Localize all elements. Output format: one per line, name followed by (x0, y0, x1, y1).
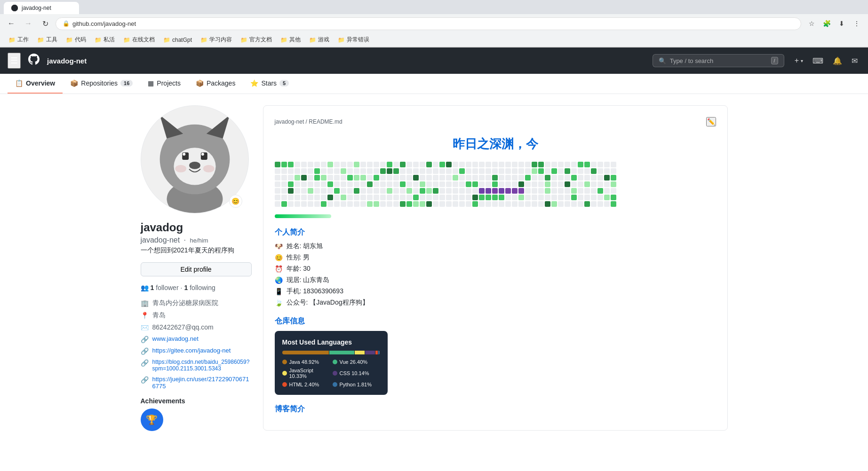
lang-list-item: JavaScript 10.33% (282, 368, 330, 379)
nav-overview[interactable]: 📋 Overview (8, 74, 63, 94)
contrib-cell (459, 162, 465, 167)
contrib-cell (380, 168, 386, 174)
contrib-cell (327, 175, 333, 181)
contrib-cell (446, 162, 452, 167)
contrib-cell (446, 175, 452, 181)
contrib-cell (327, 201, 333, 207)
nav-projects[interactable]: ▦ Projects (140, 74, 188, 94)
avatar-status-button[interactable]: 😊 (229, 195, 242, 208)
contrib-cell (314, 162, 320, 167)
contrib-cell (275, 175, 280, 181)
bookmark-item[interactable]: 📁在线文档 (119, 34, 159, 45)
contrib-cell (512, 168, 518, 174)
link-icon-1: 🔗 (141, 336, 149, 343)
contrib-cell (578, 175, 583, 181)
contrib-cell (518, 188, 524, 194)
browser-tab-active[interactable]: javadog-net (4, 2, 79, 14)
github-search[interactable]: 🔍 Type / to search / (653, 54, 784, 67)
nav-repositories[interactable]: 📦 Repositories 16 (63, 74, 140, 94)
contrib-cell (275, 181, 280, 187)
contrib-cell (453, 168, 458, 174)
contrib-cell (321, 195, 326, 200)
nav-stars[interactable]: ⭐ Stars 5 (243, 74, 296, 94)
bookmark-item[interactable]: 📁chatGpt (159, 35, 196, 45)
contrib-cell (367, 188, 373, 194)
contrib-cell (453, 175, 458, 181)
reload-button[interactable]: ↻ (39, 17, 52, 30)
bookmark-item[interactable]: 📁官方文档 (237, 34, 276, 45)
extensions-button[interactable]: 🧩 (820, 17, 833, 30)
following-link[interactable]: 1 (184, 284, 188, 291)
contrib-cell (387, 168, 392, 174)
search-icon: 🔍 (659, 57, 666, 64)
contrib-cell (466, 188, 471, 194)
svg-point-11 (203, 165, 214, 173)
download-button[interactable]: ⬇ (835, 17, 848, 30)
contrib-cell (472, 181, 478, 187)
bookmark-item[interactable]: 📁代码 (62, 34, 90, 45)
menu-button[interactable]: ⋮ (850, 17, 863, 30)
contrib-cell (387, 201, 392, 207)
github-logo[interactable] (28, 54, 40, 68)
contrib-cell (360, 195, 366, 200)
readme-edit-button[interactable]: ✏️ (706, 117, 716, 126)
contrib-cell (584, 188, 590, 194)
bookmark-item[interactable]: 📁工具 (33, 34, 61, 45)
contrib-cell (288, 201, 294, 207)
contrib-cell (604, 188, 610, 194)
achievements-section: Achievements 🏆 (141, 397, 252, 431)
contrib-cell (604, 162, 610, 167)
contrib-cell (525, 195, 531, 200)
contrib-cell (433, 162, 438, 167)
contrib-cell (281, 168, 287, 174)
nav-packages[interactable]: 📦 Packages (188, 74, 243, 94)
bookmark-item[interactable]: 📁游戏 (305, 34, 333, 45)
followers-link[interactable]: 1 (151, 284, 154, 291)
contrib-cell (433, 188, 438, 194)
terminal-button[interactable]: ⌨ (810, 55, 826, 67)
bio-icon: 📱 (275, 288, 283, 295)
contrib-cell (295, 181, 300, 187)
contrib-cell (387, 162, 392, 167)
gitee-link[interactable]: https://gitee.com/javadog-net (152, 347, 231, 354)
contrib-cell (532, 168, 537, 174)
bookmark-item[interactable]: 📁学习内容 (197, 34, 236, 45)
new-button[interactable]: + ▾ (792, 55, 806, 67)
bookmark-item[interactable]: 📁其他 (277, 34, 304, 45)
contrib-cell (538, 188, 544, 194)
contrib-cell (558, 175, 564, 181)
contrib-cell (571, 162, 577, 167)
contrib-cell (551, 201, 557, 207)
contrib-cell (314, 175, 320, 181)
back-button[interactable]: ← (5, 17, 18, 30)
website-link[interactable]: www.javadog.net (152, 335, 199, 342)
contrib-cell (584, 162, 590, 167)
hamburger-menu-button[interactable]: ☰ (8, 53, 21, 69)
bookmark-item[interactable]: 📁异常错误 (334, 34, 373, 45)
bookmark-item[interactable]: 📁私活 (91, 34, 119, 45)
forward-button[interactable]: → (22, 17, 35, 30)
contrib-cell (413, 195, 419, 200)
address-bar[interactable]: 🔒 github.com/javadog-net (56, 17, 801, 30)
contrib-cell (538, 181, 544, 187)
bio-section: 个人简介 🐶姓名: 胡东旭😊性别: 男⏰年龄: 30🌏现居: 山东青岛📱手机: … (275, 228, 716, 307)
bookmark-button[interactable]: ☆ (805, 17, 818, 30)
contrib-cell (486, 168, 491, 174)
csdn-link[interactable]: https://blog.csdn.net/baidu_25986059?spm… (152, 359, 252, 372)
contrib-cell (367, 168, 373, 174)
notifications-button[interactable]: 🔔 (830, 55, 845, 67)
profile-bio: 一个想回到2021年夏天的程序狗 (141, 246, 252, 255)
juejin-link[interactable]: https://juejin.cn/user/2172290706716775 (152, 376, 252, 390)
contrib-cell (525, 162, 531, 167)
contrib-cell (453, 162, 458, 167)
contrib-cell (459, 188, 465, 194)
inbox-button[interactable]: ✉ (849, 55, 860, 67)
contrib-cell (472, 162, 478, 167)
edit-profile-button[interactable]: Edit profile (141, 262, 252, 276)
lang-dot (333, 360, 337, 364)
contrib-cell (347, 181, 353, 187)
contrib-cell (578, 168, 583, 174)
bookmark-item[interactable]: 📁工作 (5, 34, 32, 45)
contrib-cell (433, 175, 438, 181)
contrib-cell (479, 188, 485, 194)
